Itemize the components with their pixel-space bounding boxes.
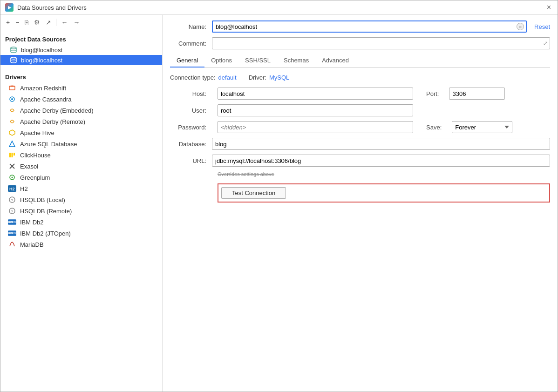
- add-button[interactable]: +: [4, 18, 12, 27]
- svg-text:?: ?: [11, 198, 14, 203]
- svg-rect-10: [14, 153, 15, 155]
- svg-text:DB2: DB2: [12, 221, 16, 223]
- tabs-bar: General Options SSH/SSL Schemas Advanced: [170, 54, 550, 68]
- driver-item-hsqldb-remote[interactable]: ? HSQLDB (Remote): [0, 205, 162, 216]
- datasource-item-1-label: blog@localhost: [21, 47, 62, 54]
- driver-label-ibm-db2-jtopen: IBM Db2 (JTOpen): [20, 230, 71, 237]
- close-button[interactable]: ×: [545, 4, 553, 11]
- dialog-title: Data Sources and Drivers: [17, 4, 545, 11]
- overrides-text: Overrides settings above: [218, 171, 550, 177]
- datasource-item-2[interactable]: blog@localhost: [0, 55, 162, 65]
- reset-button[interactable]: Reset: [534, 23, 550, 30]
- test-connection-button[interactable]: Test Connection: [221, 187, 286, 199]
- driver-item-exasol[interactable]: Exasol: [0, 161, 162, 172]
- drivers-header: Drivers: [0, 70, 162, 82]
- host-input[interactable]: [218, 88, 413, 100]
- driver-item-clickhouse[interactable]: ClickHouse: [0, 149, 162, 161]
- driver-icon-amazon-redshift: [8, 84, 16, 92]
- driver-value[interactable]: MySQL: [269, 74, 289, 81]
- driver-label: Driver:: [249, 74, 266, 81]
- database-row: Database:: [170, 138, 550, 150]
- svg-marker-7: [9, 141, 15, 147]
- driver-icon-h2: H2: [8, 184, 16, 193]
- svg-point-3: [9, 86, 15, 87]
- settings-button[interactable]: ⚙: [32, 18, 42, 27]
- left-panel: + − ⎘ ⚙ ↗ ← → Project Data Sources: [0, 15, 163, 392]
- driver-icon-apache-cassandra: [8, 95, 16, 103]
- driver-icon-greenplum: [8, 173, 16, 182]
- connection-type-value[interactable]: default: [218, 74, 237, 81]
- driver-label-apache-derby-remote: Apache Derby (Remote): [20, 118, 85, 125]
- left-panel-content: Project Data Sources blog@localhost: [0, 30, 162, 392]
- driver-item-hsqldb-local[interactable]: ? HSQLDB (Local): [0, 194, 162, 205]
- connection-type-label: Connection type:: [170, 74, 216, 81]
- tab-schemas[interactable]: Schemas: [277, 54, 315, 68]
- database-label: Database:: [170, 141, 212, 148]
- name-input[interactable]: [212, 20, 527, 33]
- name-label: Name:: [170, 23, 212, 30]
- database-input[interactable]: [212, 138, 550, 150]
- password-row: Password: Save: Forever Until restart Ne…: [170, 121, 550, 133]
- driver-icon-ibm-db2: IBM DB2: [8, 218, 16, 226]
- driver-label-h2: H2: [20, 185, 28, 192]
- copy-button[interactable]: ⎘: [23, 18, 30, 27]
- name-input-wrapper: ○: [212, 20, 527, 33]
- user-row: User:: [170, 104, 550, 116]
- driver-icon-azure-sql-database: [8, 140, 16, 148]
- datasource-item-2-label: blog@localhost: [21, 57, 62, 64]
- tab-advanced[interactable]: Advanced: [315, 54, 355, 68]
- svg-point-1: [11, 57, 16, 59]
- svg-point-5: [11, 98, 13, 100]
- connection-type-row: Connection type: default Driver: MySQL: [170, 74, 550, 81]
- name-row: Name: ○ Reset: [170, 20, 550, 33]
- svg-rect-9: [12, 153, 13, 157]
- svg-text:DB2: DB2: [12, 232, 16, 235]
- driver-item-ibm-db2[interactable]: IBM DB2 IBM Db2: [0, 216, 162, 228]
- driver-label-amazon-redshift: Amazon Redshift: [20, 85, 66, 92]
- remove-button[interactable]: −: [14, 18, 21, 27]
- driver-label-azure-sql-database: Azure SQL Database: [20, 141, 77, 148]
- comment-expand-icon[interactable]: ⤢: [543, 40, 548, 47]
- driver-icon-exasol: [8, 162, 16, 170]
- tab-general[interactable]: General: [170, 54, 204, 68]
- comment-label: Comment:: [170, 40, 212, 47]
- driver-item-h2[interactable]: H2 H2: [0, 183, 162, 194]
- tab-ssh-ssl[interactable]: SSH/SSL: [238, 54, 277, 68]
- comment-wrapper: ⤢: [212, 37, 550, 49]
- name-clear-button[interactable]: ○: [517, 23, 524, 30]
- driver-item-apache-cassandra[interactable]: Apache Cassandra: [0, 94, 162, 105]
- dialog: ▶ Data Sources and Drivers × + − ⎘ ⚙ ↗ ←…: [0, 0, 558, 392]
- tab-options[interactable]: Options: [204, 54, 238, 68]
- driver-icon-apache-derby-embedded: [8, 106, 16, 115]
- driver-item-apache-derby-embedded[interactable]: Apache Derby (Embedded): [0, 105, 162, 116]
- host-label: Host:: [170, 90, 212, 97]
- driver-item-apache-derby-remote[interactable]: Apache Derby (Remote): [0, 116, 162, 127]
- save-select[interactable]: Forever Until restart Never: [452, 121, 512, 133]
- comment-input[interactable]: [212, 37, 550, 49]
- url-label: URL:: [170, 157, 212, 164]
- driver-item-mariadb[interactable]: MariaDB: [0, 239, 162, 250]
- user-input[interactable]: [218, 104, 413, 116]
- svg-point-14: [12, 177, 13, 178]
- driver-item-greenplum[interactable]: Greenplum: [0, 172, 162, 183]
- svg-point-0: [11, 47, 16, 49]
- driver-item-apache-hive[interactable]: Apache Hive: [0, 127, 162, 138]
- driver-icon-hsqldb-remote: ?: [8, 207, 16, 215]
- driver-item-azure-sql-database[interactable]: Azure SQL Database: [0, 138, 162, 149]
- url-input[interactable]: [212, 155, 550, 167]
- url-row: URL:: [170, 155, 550, 167]
- drivers-section: Drivers Amazon Redshift: [0, 70, 162, 250]
- back-button[interactable]: ←: [59, 18, 69, 27]
- app-icon: ▶: [5, 3, 14, 12]
- port-input[interactable]: [449, 88, 505, 100]
- forward-button[interactable]: →: [71, 18, 82, 27]
- driver-label-clickhouse: ClickHouse: [20, 152, 51, 159]
- datasource-item-1[interactable]: blog@localhost: [0, 45, 162, 55]
- password-input[interactable]: [218, 121, 413, 133]
- driver-item-ibm-db2-jtopen[interactable]: IBM DB2 IBM Db2 (JTOpen): [0, 228, 162, 239]
- svg-rect-8: [9, 153, 11, 157]
- driver-item-amazon-redshift[interactable]: Amazon Redshift: [0, 82, 162, 94]
- driver-label-exasol: Exasol: [20, 163, 38, 170]
- export-button[interactable]: ↗: [44, 18, 53, 27]
- driver-icon-apache-hive: [8, 128, 16, 137]
